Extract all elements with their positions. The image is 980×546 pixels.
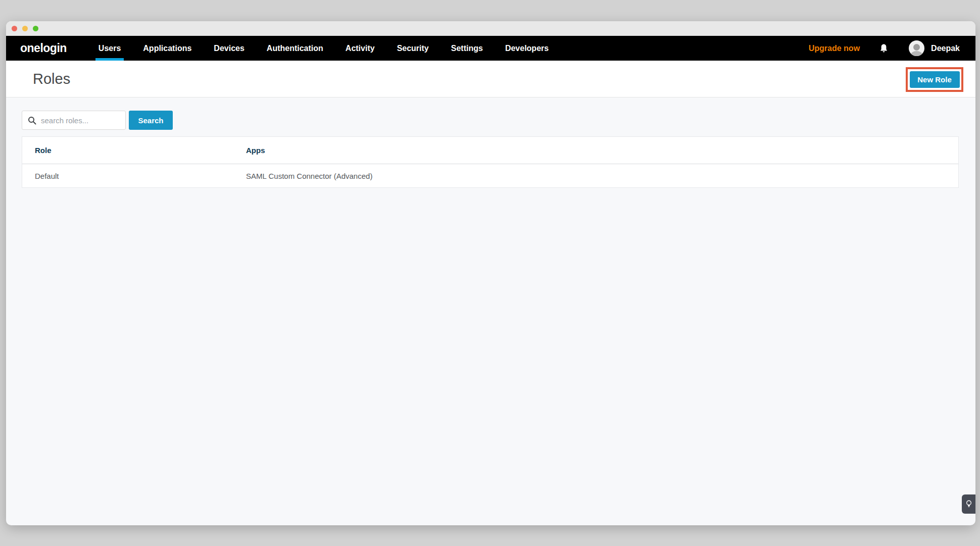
table-header-row: Role Apps (22, 137, 958, 164)
maximize-window-button[interactable] (33, 26, 38, 31)
nav-item-devices[interactable]: Devices (214, 36, 244, 61)
search-row: Search (22, 111, 173, 130)
nav-item-applications[interactable]: Applications (143, 36, 191, 61)
onelogin-logo[interactable]: onelogin (20, 41, 67, 55)
nav-item-developers-label: Developers (505, 44, 549, 53)
nav-item-developers[interactable]: Developers (505, 36, 549, 61)
nav-item-security-label: Security (397, 44, 429, 53)
window-titlebar (6, 21, 975, 36)
search-icon (28, 116, 36, 125)
page-header-band: Roles New Role (6, 61, 975, 97)
nav-items: Users Applications Devices Authenticatio… (99, 36, 549, 61)
column-header-role: Role (22, 146, 246, 155)
nav-item-devices-label: Devices (214, 44, 244, 53)
role-name-cell[interactable]: Default (22, 172, 246, 180)
help-lightbulb-tab[interactable] (962, 494, 975, 514)
avatar-body-shape (911, 51, 922, 56)
user-name[interactable]: Deepak (931, 44, 960, 53)
column-header-apps: Apps (246, 146, 958, 155)
nav-item-applications-label: Applications (143, 44, 191, 53)
avatar-head-shape (913, 44, 920, 51)
nav-item-users[interactable]: Users (99, 36, 121, 61)
search-input[interactable] (41, 116, 122, 125)
minimize-window-button[interactable] (22, 26, 28, 31)
annotation-highlight-box: New Role (906, 67, 963, 92)
search-input-wrapper (22, 111, 126, 130)
nav-item-settings-label: Settings (451, 44, 483, 53)
page-title: Roles (33, 71, 70, 87)
nav-item-authentication[interactable]: Authentication (267, 36, 323, 61)
nav-item-authentication-label: Authentication (267, 44, 323, 53)
upgrade-now-link[interactable]: Upgrade now (809, 44, 860, 53)
nav-item-users-label: Users (99, 44, 121, 53)
top-navigation-bar: onelogin Users Applications Devices Auth… (6, 36, 975, 61)
lightbulb-icon (966, 500, 972, 509)
role-apps-cell: SAML Custom Connector (Advanced) (246, 172, 958, 180)
notifications-bell-icon[interactable] (879, 43, 889, 54)
new-role-button[interactable]: New Role (910, 71, 960, 88)
browser-window: onelogin Users Applications Devices Auth… (6, 21, 975, 525)
close-window-button[interactable] (12, 26, 17, 31)
nav-item-security[interactable]: Security (397, 36, 429, 61)
nav-item-settings[interactable]: Settings (451, 36, 483, 61)
content-area: Search Role Apps Default SAML Custom Con… (6, 97, 975, 525)
search-button[interactable]: Search (129, 111, 173, 130)
nav-item-activity[interactable]: Activity (346, 36, 375, 61)
user-avatar[interactable] (909, 40, 924, 56)
nav-right-section: Upgrade now Deepak (809, 36, 975, 61)
nav-item-activity-label: Activity (346, 44, 375, 53)
table-row[interactable]: Default SAML Custom Connector (Advanced) (22, 164, 958, 187)
roles-table-card: Role Apps Default SAML Custom Connector … (22, 136, 959, 188)
